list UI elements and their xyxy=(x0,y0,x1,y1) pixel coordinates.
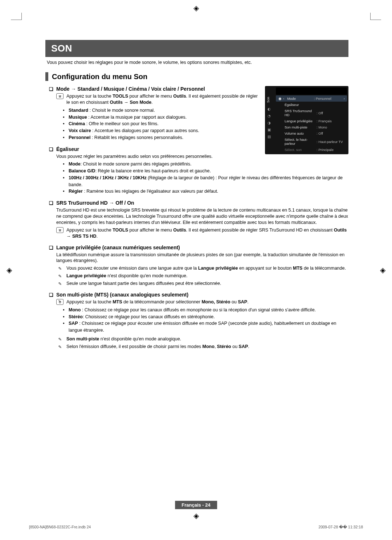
remote-icon: 🖰 xyxy=(56,299,64,305)
registration-mark-right-icon: ◈ xyxy=(380,266,385,274)
note-icon: ✎ xyxy=(56,336,64,342)
tv-row-value: : Français xyxy=(317,119,346,123)
tv-row-value: : Principale xyxy=(317,148,346,152)
list-item: Personnel : Rétablit les réglages sonore… xyxy=(63,134,261,141)
topic-para: La télédiffusion numérique assure la tra… xyxy=(56,252,348,264)
tv-sidebar-icon: ▣ xyxy=(266,128,271,132)
tv-sidebar-icon: ◔ xyxy=(266,114,271,118)
registration-mark-left-icon: ◈ xyxy=(7,266,12,274)
mode-list: Standard : Choisit le mode sonore normal… xyxy=(63,107,261,141)
tv-sidebar-icon: ◑ xyxy=(266,121,271,125)
list-item: Musique : Accentue la musique par rappor… xyxy=(63,114,261,121)
tv-menu-row: Sélect. le haut-parleur: Haut-parleur TV xyxy=(276,136,347,147)
tv-menu-row: SRS TruSurround HD: Off xyxy=(276,108,347,118)
list-item: Mono : Choisissez ce réglage pour les ca… xyxy=(63,307,348,314)
tv-row-value: : Off xyxy=(317,111,346,115)
tv-menu-row: Langue privilégiée: Français xyxy=(276,118,347,124)
note-line: ✎ Selon l'émission diffusée, il est poss… xyxy=(56,344,348,350)
note-icon: ✎ xyxy=(56,344,64,350)
list-item: Mode: Choisit le mode sonore parmi des r… xyxy=(63,161,348,168)
note-line: ✎ Langue privilégiée n'est disponible qu… xyxy=(56,273,348,279)
topic-head: Langue privilégiée (canaux numériques se… xyxy=(49,245,348,250)
tools-note: ⚒ Appuyez sur la touche TOOLS pour affic… xyxy=(56,93,261,106)
tv-row-label: Volume auto xyxy=(282,131,317,135)
tv-row-value: : Mono xyxy=(317,125,346,129)
tv-row-label: Mode xyxy=(285,97,314,101)
note-line: ✎ Seule une langue faisant partie des la… xyxy=(56,281,348,287)
tv-menu-row: Son multi-piste: Mono xyxy=(276,124,347,130)
tv-row-value: : Off xyxy=(317,131,346,135)
list-item: SAP : Choisissez ce réglage pour écouter… xyxy=(63,320,348,334)
chapter-banner: SON xyxy=(45,40,348,57)
print-filename: [8500-NA]BN68-02322C-Fre.indb 24 xyxy=(29,525,91,529)
chapter-intro: Vous pouvez choisir les réglages pour le… xyxy=(47,60,348,65)
chevron-left-icon: ‹ xyxy=(282,97,285,101)
tv-menu-screenshot: Son ◐ ◔ ◑ ▣ ▤ ◉‹Mode: Personnel›Égaliseu… xyxy=(265,86,348,154)
topic-mts: Son multi-piste (MTS) (canaux analogique… xyxy=(45,292,348,350)
print-timestamp: 2009-07-28 �� 11:32:18 xyxy=(319,525,363,529)
crop-mark-tr xyxy=(370,13,381,20)
tv-sidebar-icon: ▤ xyxy=(266,135,271,139)
tv-row-label: Égaliseur xyxy=(282,103,317,107)
tv-menu-row: Volume auto: Off xyxy=(276,130,347,136)
topic-srs: SRS TruSurround HD → Off / On TruSurroun… xyxy=(45,200,348,239)
tv-row-value: : Personnel xyxy=(314,97,343,101)
list-item: Balance G/D: Règle la balance entre les … xyxy=(63,168,348,175)
list-item: Régler : Ramène tous les réglages de l'é… xyxy=(63,188,348,195)
topic-head: Mode → Standard / Musique / Cinéma / Voi… xyxy=(49,86,261,92)
tv-menu-vertical-label: Son xyxy=(266,97,275,103)
topic-mode: Mode → Standard / Musique / Cinéma / Voi… xyxy=(45,86,261,141)
tools-note: ⚒ Appuyez sur la touche TOOLS pour affic… xyxy=(56,227,348,240)
tv-menu-row: Égaliseur xyxy=(276,102,347,108)
topic-para: TruSurround HD est une technologie SRS b… xyxy=(56,207,348,226)
eq-list: Mode: Choisit le mode sonore parmi des r… xyxy=(63,161,348,195)
section-title: Configuration du menu Son xyxy=(52,73,147,81)
topic-head: Son multi-piste (MTS) (canaux analogique… xyxy=(49,292,348,298)
note-icon: ✎ xyxy=(56,281,64,287)
note-icon: ✎ xyxy=(56,273,64,279)
tv-row-label: Langue privilégiée xyxy=(282,119,317,123)
page-footer-badge: Français - 24 xyxy=(175,501,217,509)
tv-row-label: Sélect. le haut-parleur xyxy=(282,138,317,146)
crop-mark-tl xyxy=(11,13,22,20)
play-icon: ◉ xyxy=(277,97,282,101)
tv-row-label: SRS TruSurround HD xyxy=(282,109,317,117)
topic-langue: Langue privilégiée (canaux numériques se… xyxy=(45,245,348,287)
note-icon: ✎ xyxy=(56,265,64,271)
list-item: Stéréo: Choisissez ce réglage pour les c… xyxy=(63,314,348,320)
note-line: ✎ Vous pouvez écouter une émission dans … xyxy=(56,265,348,271)
remote-note: 🖰 Appuyez sur la touche MTS de la téléco… xyxy=(56,299,348,305)
section-header: Configuration du menu Son xyxy=(45,72,348,81)
mts-list: Mono : Choisissez ce réglage pour les ca… xyxy=(63,307,348,334)
note-line: ✎ Son multi-piste n'est disponible qu'en… xyxy=(56,336,348,342)
list-item: Voix claire : Accentue les dialogues par… xyxy=(63,127,261,134)
registration-mark-bottom-icon: ◈ xyxy=(193,511,199,520)
tv-menu-topbar xyxy=(276,87,347,95)
list-item: 100Hz / 300Hz / 1KHz / 3KHz / 10KHz (Rég… xyxy=(63,175,348,188)
tv-sidebar-icon: ◐ xyxy=(266,107,271,111)
section-bar-icon xyxy=(45,72,48,81)
tv-row-label: Sélect. son xyxy=(282,148,317,152)
chevron-right-icon: › xyxy=(343,97,346,101)
topic-intro: Vous pouvez régler les paramètres audio … xyxy=(56,154,348,160)
tv-menu-row: ◉‹Mode: Personnel› xyxy=(276,95,347,102)
tools-icon: ⚒ xyxy=(56,227,64,233)
tv-row-value: : Haut-parleur TV xyxy=(317,140,346,144)
tools-icon: ⚒ xyxy=(56,93,64,99)
tv-row-label: Son multi-piste xyxy=(282,125,317,129)
topic-head: SRS TruSurround HD → Off / On xyxy=(49,200,348,206)
list-item: Standard : Choisit le mode sonore normal… xyxy=(63,107,261,114)
registration-mark-top-icon: ◈ xyxy=(193,4,199,12)
list-item: Cinéma : Offre le meilleur son pour les … xyxy=(63,120,261,127)
print-footer: [8500-NA]BN68-02322C-Fre.indb 24 2009-07… xyxy=(29,525,363,529)
tv-menu-row: Sélect. son: Principale xyxy=(276,147,347,153)
